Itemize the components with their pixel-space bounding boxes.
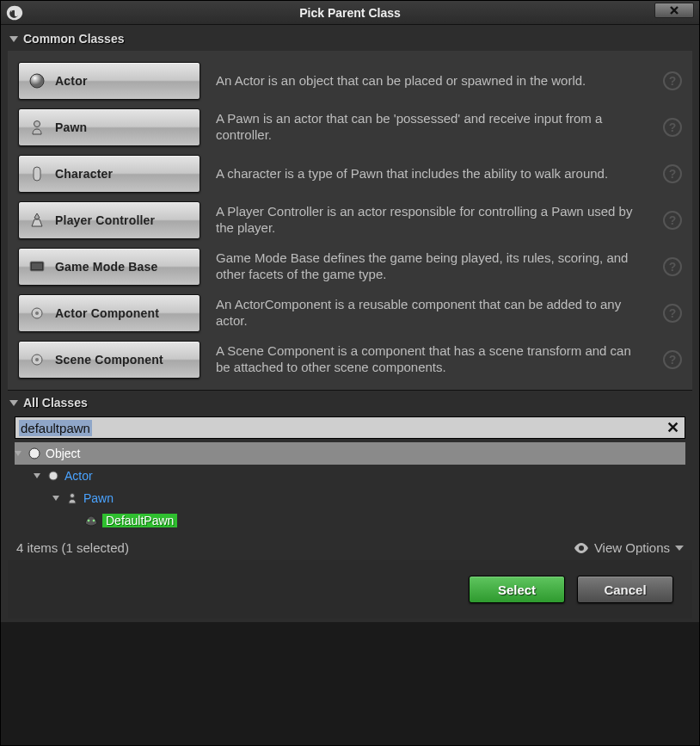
common-class-row: ActorAn Actor is an object that can be p… bbox=[8, 58, 692, 104]
class-button-label: Actor Component bbox=[55, 306, 159, 320]
svg-point-9 bbox=[29, 448, 40, 459]
class-button-label: Player Controller bbox=[55, 213, 155, 227]
svg-point-8 bbox=[35, 358, 39, 361]
help-icon[interactable]: ? bbox=[663, 211, 682, 230]
search-input[interactable]: defaultpawn ✕ bbox=[15, 416, 685, 439]
class-button-label: Pawn bbox=[55, 120, 87, 134]
common-class-row: CharacterA character is a type of Pawn t… bbox=[8, 151, 692, 197]
expand-icon bbox=[15, 451, 21, 456]
expand-icon bbox=[9, 400, 18, 406]
common-classes-list: ActorAn Actor is an object that can be p… bbox=[8, 51, 692, 390]
select-button[interactable]: Select bbox=[469, 576, 565, 603]
gear-icon bbox=[28, 350, 46, 369]
common-class-row: PawnA Pawn is an actor that can be 'poss… bbox=[8, 104, 692, 151]
titlebar: Pick Parent Class bbox=[1, 1, 699, 25]
close-button[interactable] bbox=[654, 3, 694, 18]
section-label: All Classes bbox=[23, 396, 88, 410]
search-text: defaultpawn bbox=[19, 420, 92, 436]
class-description: An ActorComponent is a reusable componen… bbox=[216, 297, 648, 330]
svg-point-0 bbox=[30, 74, 44, 88]
screen-icon bbox=[28, 257, 46, 276]
svg-point-10 bbox=[49, 472, 58, 480]
class-tree: ObjectActorPawnDefaultPawn bbox=[8, 442, 692, 537]
class-description: Game Mode Base defines the game being pl… bbox=[216, 250, 648, 283]
view-options-label: View Options bbox=[594, 540, 670, 555]
tree-item-object[interactable]: Object bbox=[15, 442, 685, 465]
common-class-row: Game Mode BaseGame Mode Base defines the… bbox=[8, 244, 692, 290]
pawn-icon bbox=[28, 118, 46, 137]
class-button-character[interactable]: Character bbox=[18, 155, 200, 193]
tree-item-label: DefaultPawn bbox=[102, 514, 177, 527]
svg-rect-4 bbox=[32, 263, 42, 269]
class-button-actor-component[interactable]: Actor Component bbox=[18, 294, 200, 332]
class-button-actor[interactable]: Actor bbox=[18, 62, 200, 100]
svg-point-11 bbox=[71, 494, 75, 498]
help-icon[interactable]: ? bbox=[663, 118, 682, 137]
section-label: Common Classes bbox=[23, 32, 124, 46]
cancel-button[interactable]: Cancel bbox=[577, 576, 673, 603]
app-logo-icon bbox=[6, 4, 23, 22]
capsule-icon bbox=[28, 164, 46, 183]
class-description: A Player Controller is an actor responsi… bbox=[216, 204, 648, 237]
tree-item-pawn[interactable]: Pawn bbox=[15, 487, 685, 509]
svg-point-6 bbox=[35, 311, 39, 315]
tree-item-label: Object bbox=[46, 447, 80, 460]
svg-point-1 bbox=[34, 121, 40, 127]
dialog-body: Common Classes ActorAn Actor is an objec… bbox=[1, 25, 699, 622]
chevron-down-icon bbox=[675, 546, 684, 551]
window-title: Pick Parent Class bbox=[1, 6, 699, 20]
common-class-row: Actor ComponentAn ActorComponent is a re… bbox=[8, 290, 692, 336]
dpawn-icon bbox=[83, 513, 99, 528]
tree-item-actor[interactable]: Actor bbox=[15, 465, 685, 487]
status-text: 4 items (1 selected) bbox=[16, 540, 129, 555]
clear-search-icon[interactable]: ✕ bbox=[666, 418, 679, 437]
class-button-game-mode-base[interactable]: Game Mode Base bbox=[18, 248, 200, 286]
controller-icon bbox=[28, 211, 46, 230]
common-classes-header[interactable]: Common Classes bbox=[8, 27, 692, 51]
tree-item-label: Pawn bbox=[83, 491, 114, 505]
all-classes-section: All Classes defaultpawn ✕ ObjectActorPaw… bbox=[8, 390, 692, 560]
pawn-small-icon bbox=[64, 490, 80, 506]
class-description: A character is a type of Pawn that inclu… bbox=[216, 166, 648, 182]
class-button-player-controller[interactable]: Player Controller bbox=[18, 201, 200, 239]
dialog-footer: Select Cancel bbox=[8, 560, 692, 619]
class-button-label: Game Mode Base bbox=[55, 260, 158, 274]
class-button-label: Actor bbox=[55, 74, 88, 88]
class-description: A Pawn is an actor that can be 'possesse… bbox=[216, 111, 648, 144]
svg-rect-2 bbox=[34, 167, 40, 181]
expand-icon bbox=[34, 473, 40, 478]
class-description: A Scene Component is a component that ha… bbox=[216, 343, 648, 376]
tree-item-defaultpawn[interactable]: DefaultPawn bbox=[15, 509, 685, 532]
status-row: 4 items (1 selected) View Options bbox=[8, 537, 692, 560]
common-class-row: Scene ComponentA Scene Component is a co… bbox=[8, 336, 692, 383]
class-button-label: Character bbox=[55, 167, 113, 181]
eye-icon bbox=[574, 543, 589, 553]
search-wrap: defaultpawn ✕ bbox=[8, 415, 692, 442]
help-icon[interactable]: ? bbox=[663, 71, 682, 90]
common-class-row: Player ControllerA Player Controller is … bbox=[8, 197, 692, 244]
sphere-icon bbox=[28, 71, 46, 90]
help-icon[interactable]: ? bbox=[663, 304, 682, 323]
svg-point-12 bbox=[88, 520, 90, 522]
tree-item-label: Actor bbox=[64, 469, 93, 483]
expand-icon bbox=[9, 36, 18, 42]
view-options-button[interactable]: View Options bbox=[574, 540, 684, 555]
class-button-label: Scene Component bbox=[55, 353, 163, 367]
expand-icon bbox=[52, 496, 59, 501]
all-classes-header[interactable]: All Classes bbox=[8, 391, 692, 415]
class-button-pawn[interactable]: Pawn bbox=[18, 108, 200, 146]
sphere-small-icon bbox=[46, 468, 61, 484]
gear-icon bbox=[28, 304, 46, 323]
help-icon[interactable]: ? bbox=[663, 257, 682, 276]
help-icon[interactable]: ? bbox=[663, 350, 682, 369]
svg-point-13 bbox=[93, 520, 95, 522]
sphere-white-icon bbox=[27, 446, 42, 461]
help-icon[interactable]: ? bbox=[663, 164, 682, 183]
class-description: An Actor is an object that can be placed… bbox=[216, 73, 648, 89]
class-button-scene-component[interactable]: Scene Component bbox=[18, 341, 200, 379]
